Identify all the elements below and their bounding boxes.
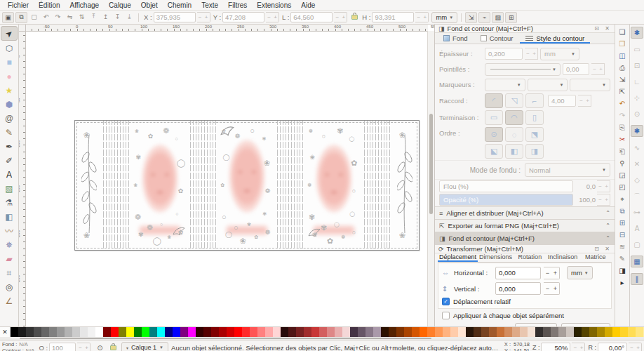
- rotate-ccw-button[interactable]: ↶: [41, 12, 51, 22]
- transform-unit-dropdown[interactable]: mm▼: [567, 266, 593, 279]
- layer-dropdown[interactable]: ▾Calque 1▼: [121, 342, 168, 351]
- cap-square-button[interactable]: ▯: [525, 110, 544, 125]
- menu-calque[interactable]: Calque: [104, 1, 136, 9]
- undo-button[interactable]: ↶: [617, 98, 628, 109]
- create-clone-button[interactable]: ⊞: [617, 218, 628, 228]
- color-swatch[interactable]: [335, 327, 342, 337]
- scrollbar-thumb[interactable]: [20, 338, 432, 339]
- dock-header-export-png[interactable]: ⇱Exporter au format PNG (Maj+Ctrl+E)⌃: [435, 219, 615, 232]
- snap-bbox-edges-toggle[interactable]: ⊡: [631, 60, 643, 71]
- color-swatch[interactable]: [173, 327, 180, 337]
- snap-guides-toggle[interactable]: ∥: [631, 273, 643, 285]
- color-swatch[interactable]: [49, 327, 57, 337]
- color-swatch[interactable]: [103, 327, 111, 337]
- color-swatch[interactable]: [620, 327, 628, 337]
- color-swatch[interactable]: [551, 327, 558, 337]
- dash-offset-spinner[interactable]: −+: [591, 63, 605, 75]
- dash-pattern-dropdown[interactable]: ▼: [485, 63, 561, 76]
- open-document-button[interactable]: ❒: [617, 39, 628, 49]
- panel-close-button[interactable]: ✕: [603, 246, 611, 252]
- y-spinner[interactable]: −+: [266, 12, 279, 22]
- width-spinner[interactable]: −+: [334, 12, 347, 22]
- color-swatch[interactable]: [281, 327, 288, 337]
- color-swatch[interactable]: [11, 327, 18, 337]
- color-swatch[interactable]: [381, 327, 389, 337]
- tab-inclinaison[interactable]: Inclinaison: [546, 253, 579, 262]
- height-input[interactable]: 93,391: [372, 12, 414, 22]
- color-swatch[interactable]: [265, 327, 273, 337]
- snap-bbox-corners-toggle[interactable]: ∟: [631, 77, 643, 87]
- layer-lock-icon[interactable]: [108, 343, 119, 351]
- copy-button[interactable]: ⎘: [617, 122, 628, 133]
- pencil-tool[interactable]: ✎: [1, 126, 17, 139]
- color-swatch[interactable]: [80, 327, 88, 337]
- color-swatch[interactable]: [219, 327, 227, 337]
- color-swatch[interactable]: [396, 327, 404, 337]
- color-swatch[interactable]: [543, 327, 551, 337]
- color-swatch[interactable]: [149, 327, 157, 337]
- color-swatch[interactable]: [566, 327, 574, 337]
- node-tool[interactable]: ⬡: [1, 41, 17, 55]
- color-swatch[interactable]: [34, 327, 41, 337]
- tab-fond[interactable]: Fond: [438, 34, 474, 44]
- raise-button[interactable]: ↥: [100, 12, 111, 22]
- lock-ratio-icon[interactable]: [351, 15, 358, 20]
- menu-edition[interactable]: Édition: [34, 1, 65, 9]
- import-button[interactable]: ⇲: [617, 74, 628, 85]
- paste-button[interactable]: ⎗: [617, 146, 628, 157]
- color-swatch[interactable]: [435, 327, 443, 337]
- y-input[interactable]: 47,208: [222, 12, 264, 22]
- color-swatch[interactable]: [180, 327, 188, 337]
- vertical-input[interactable]: 0,000: [495, 282, 541, 295]
- opacity-value[interactable]: 100,0: [575, 196, 596, 204]
- color-swatch[interactable]: [535, 327, 543, 337]
- color-swatch[interactable]: [466, 327, 474, 337]
- color-swatch[interactable]: [227, 327, 234, 337]
- flip-vertical-button[interactable]: ⇅: [76, 12, 87, 22]
- color-swatch[interactable]: [311, 327, 319, 337]
- dock-header-align-distribute[interactable]: ≡Aligner et distribuer (Maj+Ctrl+A)⌃: [435, 206, 615, 219]
- zoom-spinner[interactable]: −+: [572, 343, 585, 351]
- eraser-tool[interactable]: ▰: [1, 252, 17, 265]
- panel-iconify-button[interactable]: ⊡: [593, 246, 601, 252]
- box3d-tool[interactable]: ⬢: [1, 98, 17, 111]
- color-swatch[interactable]: [319, 327, 327, 337]
- relative-move-checkbox-row[interactable]: ✓ Déplacement relatif: [442, 298, 608, 305]
- color-swatch[interactable]: [350, 327, 358, 337]
- zoom-drawing-button[interactable]: ◲: [617, 170, 628, 180]
- color-swatch[interactable]: [211, 327, 219, 337]
- text-tool[interactable]: A: [1, 168, 17, 181]
- measure-tool[interactable]: ∠: [1, 294, 17, 307]
- paint-bucket-tool[interactable]: ◧: [1, 210, 17, 223]
- snap-cusp-nodes-toggle[interactable]: ◇: [631, 175, 643, 185]
- blur-slider[interactable]: Flou (%): [439, 180, 573, 192]
- cut-button[interactable]: ✂: [617, 134, 628, 145]
- horizontal-spinner[interactable]: −+: [544, 267, 560, 279]
- palette-scrollbar[interactable]: [0, 337, 644, 340]
- tab-contour[interactable]: Contour: [475, 34, 519, 44]
- tab-matrice[interactable]: Matrice: [579, 253, 612, 262]
- order-1-button[interactable]: ⊙: [485, 127, 503, 142]
- color-swatch[interactable]: [589, 327, 597, 337]
- color-swatch[interactable]: [165, 327, 173, 337]
- spiral-tool[interactable]: @: [1, 112, 17, 125]
- color-swatch[interactable]: [234, 327, 242, 337]
- lower-button[interactable]: ↧: [112, 12, 123, 22]
- fill-stroke-dialog-button[interactable]: ◨: [617, 265, 628, 276]
- canvas[interactable]: -50050100150200250300350400450500550 050…: [19, 25, 434, 326]
- snap-bbox-centers-toggle[interactable]: ⊙: [631, 109, 643, 119]
- color-swatch[interactable]: [26, 327, 34, 337]
- menu-objet[interactable]: Objet: [136, 1, 163, 9]
- rotation-input[interactable]: 0,00°: [598, 343, 627, 351]
- snap-smooth-nodes-toggle[interactable]: ⌒: [631, 191, 643, 201]
- layer-visibility-icon[interactable]: ⊙: [95, 343, 105, 351]
- color-swatch[interactable]: [65, 327, 72, 337]
- connector-tool[interactable]: ⌗: [1, 266, 17, 279]
- panel-iconify-button[interactable]: ⊡: [593, 25, 601, 32]
- color-swatch[interactable]: [504, 327, 512, 337]
- color-swatch[interactable]: [296, 327, 304, 337]
- color-swatch[interactable]: [481, 327, 489, 337]
- vertical-ruler[interactable]: 050100150200250: [19, 31, 26, 326]
- color-swatch[interactable]: [582, 327, 589, 337]
- fill-stroke-panel-title[interactable]: ◨ Fond et contour (Maj+Ctrl+F) ⊡ ✕: [435, 25, 615, 33]
